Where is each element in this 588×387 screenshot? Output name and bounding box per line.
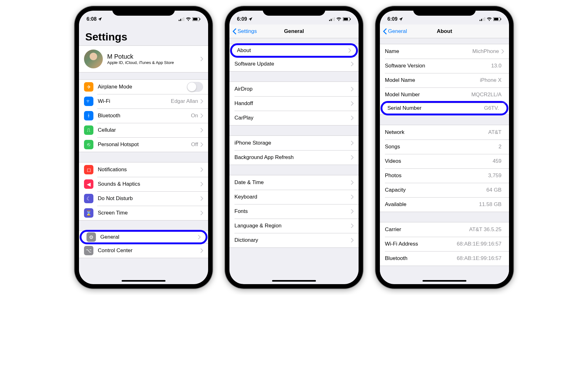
row-screen-time[interactable]: ⌛ Screen Time (79, 206, 208, 220)
row-value: iPhone X (480, 77, 501, 83)
battery-icon (493, 17, 501, 21)
row-label: Handoff (234, 100, 351, 107)
location-icon (248, 17, 253, 21)
row-bluetooth[interactable]: Bluetooth 68:AB:1E:99:16:57 (380, 251, 509, 266)
settings-group: ◻ Notifications ◀ Sounds & Haptics ☾ Do … (79, 162, 208, 220)
row-label: CarPlay (234, 115, 351, 121)
chevron-right-icon (351, 180, 354, 185)
row-do-not-disturb[interactable]: ☾ Do Not Disturb (79, 191, 208, 206)
back-button[interactable]: General (383, 28, 407, 34)
row-about[interactable]: About (230, 43, 358, 58)
row-general[interactable]: ⚙ General (80, 230, 207, 244)
chevron-right-icon (351, 141, 354, 145)
chevron-right-icon (201, 114, 203, 118)
row-label: Bluetooth (98, 113, 191, 119)
row-wi-fi-address[interactable]: Wi-Fi Address 68:AB:1E:99:16:57 (380, 237, 509, 251)
row-label: Software Update (234, 61, 351, 67)
row-carrier[interactable]: Carrier AT&T 36.5.25 (380, 222, 509, 237)
content-scroll[interactable]: About Software Update AirDrop Handoff Ca… (229, 38, 359, 258)
content-scroll[interactable]: Name MichPhone Software Version 13.0 Mod… (380, 38, 509, 276)
row-airdrop[interactable]: AirDrop (229, 82, 359, 96)
svg-rect-9 (332, 18, 333, 21)
row-wi-fi[interactable]: ᯤ Wi-Fi Edgar Allan (79, 94, 208, 109)
svg-rect-5 (193, 18, 197, 20)
row-carplay[interactable]: CarPlay (229, 111, 359, 125)
signal-icon (179, 17, 184, 21)
row-label: Bluetooth (385, 255, 457, 262)
row-airplane-mode[interactable]: ✈ Airplane Mode (79, 80, 208, 94)
row-label: AirDrop (234, 86, 351, 92)
row-sounds-haptics[interactable]: ◀ Sounds & Haptics (79, 177, 208, 191)
dnd-icon: ☾ (84, 194, 93, 203)
row-available[interactable]: Available 11.58 GB (380, 197, 509, 212)
row-label: General (100, 234, 198, 240)
row-value: Off (191, 141, 198, 148)
svg-rect-3 (183, 17, 184, 21)
row-capacity[interactable]: Capacity 64 GB (380, 183, 509, 197)
row-value: 3,759 (488, 172, 501, 179)
row-photos[interactable]: Photos 3,759 (380, 168, 509, 183)
settings-group: ⚙ General ⌥ Control Center (79, 231, 208, 258)
notch (112, 6, 175, 16)
row-value: AT&T (488, 129, 501, 135)
home-indicator[interactable] (423, 280, 466, 282)
svg-rect-13 (350, 19, 351, 20)
content-scroll[interactable]: M Potuck Apple ID, iCloud, iTunes & App … (79, 45, 208, 268)
row-label: About (237, 47, 349, 54)
row-model-name[interactable]: Model Name iPhone X (380, 73, 509, 87)
row-label: Personal Hotspot (98, 141, 191, 148)
svg-rect-12 (344, 18, 348, 20)
row-serial-number[interactable]: Serial Number G6TV. (381, 101, 508, 115)
row-label: Cellular (98, 127, 201, 133)
row-label: Language & Region (234, 223, 351, 229)
notifications-icon: ◻ (84, 165, 93, 174)
row-videos[interactable]: Videos 459 (380, 154, 509, 168)
row-dictionary[interactable]: Dictionary (229, 233, 359, 247)
row-label: Photos (385, 172, 488, 179)
row-date-time[interactable]: Date & Time (229, 175, 359, 190)
screen: 6:08 Settings M Potuck Apple ID, iCloud,… (79, 11, 208, 284)
status-time: 6:08 (87, 16, 97, 22)
chevron-left-icon (233, 28, 236, 34)
battery-icon (343, 17, 351, 21)
row-personal-hotspot[interactable]: ⎋ Personal Hotspot Off (79, 137, 208, 152)
row-model-number[interactable]: Model Number MQCR2LL/A (380, 87, 509, 102)
row-value: 68:AB:1E:99:16:57 (457, 255, 501, 262)
row-software-version[interactable]: Software Version 13.0 (380, 59, 509, 73)
row-software-update[interactable]: Software Update (229, 57, 359, 71)
back-button[interactable]: Settings (233, 28, 257, 34)
toggle-switch[interactable] (187, 82, 203, 92)
row-name[interactable]: Name MichPhone (380, 44, 509, 59)
row-iphone-storage[interactable]: iPhone Storage (229, 136, 359, 150)
avatar (84, 50, 103, 68)
location-icon (98, 17, 102, 21)
row-songs[interactable]: Songs 2 (380, 140, 509, 154)
row-background-app-refresh[interactable]: Background App Refresh (229, 150, 359, 165)
row-control-center[interactable]: ⌥ Control Center (79, 243, 208, 258)
apple-id-row[interactable]: M Potuck Apple ID, iCloud, iTunes & App … (79, 46, 208, 72)
svg-rect-15 (481, 19, 482, 21)
row-cellular[interactable]: ⎍ Cellular (79, 123, 208, 137)
chevron-right-icon (351, 62, 354, 66)
home-indicator[interactable] (122, 280, 165, 282)
row-handoff[interactable]: Handoff (229, 96, 359, 111)
row-label: Capacity (385, 187, 486, 193)
row-notifications[interactable]: ◻ Notifications (79, 162, 208, 177)
row-label: Keyboard (234, 194, 351, 200)
row-fonts[interactable]: Fonts (229, 204, 359, 219)
row-label: Sounds & Haptics (98, 181, 201, 187)
settings-group: AirDrop Handoff CarPlay (229, 82, 359, 125)
svg-rect-8 (331, 19, 332, 21)
row-label: Software Version (385, 63, 491, 69)
row-bluetooth[interactable]: ᚼ Bluetooth On (79, 109, 208, 123)
row-network[interactable]: Network AT&T (380, 125, 509, 140)
row-language-region[interactable]: Language & Region (229, 219, 359, 233)
wifi-status-icon (186, 17, 191, 21)
svg-rect-17 (484, 17, 485, 21)
row-label: Control Center (98, 247, 201, 254)
chevron-right-icon (351, 155, 354, 160)
row-keyboard[interactable]: Keyboard (229, 190, 359, 204)
row-value: On (191, 113, 198, 119)
control-icon: ⌥ (84, 246, 93, 255)
home-indicator[interactable] (272, 280, 316, 282)
